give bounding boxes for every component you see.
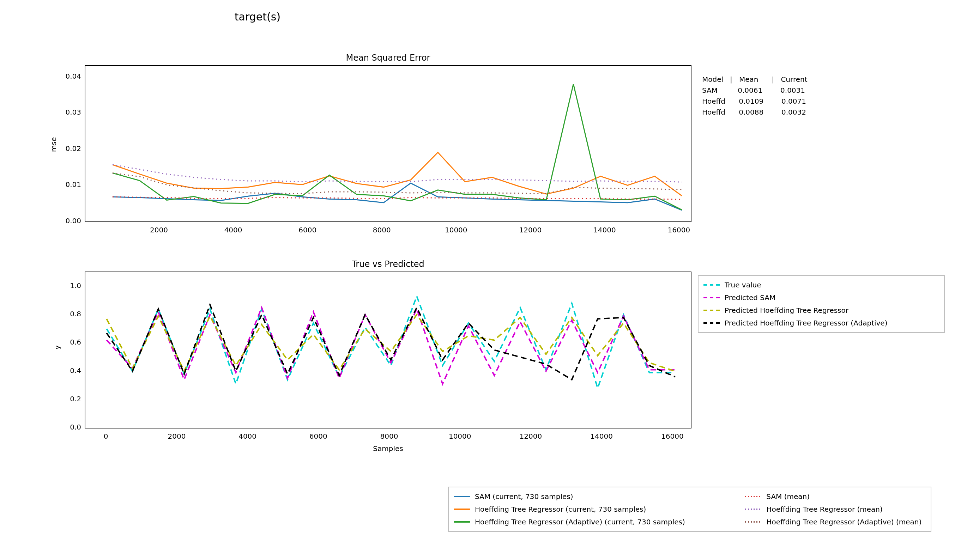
bottom-ylabel: y xyxy=(53,342,61,353)
top-ylabel: mse xyxy=(50,134,58,155)
legend-label: SAM (mean) xyxy=(766,492,810,501)
legend-swatch xyxy=(453,518,471,525)
top-xtick: 6000 xyxy=(299,226,317,234)
series-predicted-hoeffding-tree-regressor-(adaptive) xyxy=(106,305,675,379)
series-predicted-sam xyxy=(106,308,675,383)
mse-plot xyxy=(85,65,691,222)
pred-svg xyxy=(85,272,691,428)
bottom-ytick: 0.2 xyxy=(67,395,81,403)
legend-item: Hoeffding Tree Regressor (current, 730 s… xyxy=(453,503,742,515)
legend-item: Hoeffding Tree Regressor (Adaptive) (mea… xyxy=(744,515,924,528)
legend-item: Hoeffding Tree Regressor (Adaptive) (cur… xyxy=(453,515,742,528)
legend-swatch xyxy=(744,506,762,513)
legend-item: Predicted Hoeffding Tree Regressor xyxy=(703,304,940,317)
mse-legend-col-right: SAM (mean)Hoeffding Tree Regressor (mean… xyxy=(744,490,924,528)
legend-swatch xyxy=(703,294,720,301)
mse-legend-col-left: SAM (current, 730 samples)Hoeffding Tree… xyxy=(453,490,742,528)
pred-plot xyxy=(85,271,691,428)
legend-label: Predicted Hoeffding Tree Regressor xyxy=(725,306,849,314)
bottom-ytick: 1.0 xyxy=(67,281,81,290)
legend-label: Hoeffding Tree Regressor (Adaptive) (cur… xyxy=(475,518,685,526)
bottom-ytick: 0.0 xyxy=(67,423,81,431)
legend-item: Predicted SAM xyxy=(703,291,940,304)
bottom-xtick: 10000 xyxy=(449,432,471,440)
bottom-xtick: 8000 xyxy=(380,432,398,440)
top-xtick: 14000 xyxy=(593,226,616,234)
legend-item: Predicted Hoeffding Tree Regressor (Adap… xyxy=(703,317,940,329)
top-xtick: 8000 xyxy=(373,226,391,234)
legend-label: True value xyxy=(725,281,761,289)
top-xtick: 12000 xyxy=(519,226,542,234)
legend-item: True value xyxy=(703,279,940,291)
bottom-ytick: 0.8 xyxy=(67,310,81,318)
page: target(s) Mean Squared Error mse Model |… xyxy=(0,0,961,560)
top-xtick: 4000 xyxy=(224,226,243,234)
stats-table: Model | Mean | Current SAM 0.0061 0.0031… xyxy=(702,74,811,118)
bottom-xtick: 12000 xyxy=(520,432,542,440)
legend-item: SAM (mean) xyxy=(744,490,924,503)
bottom-title: True vs Predicted xyxy=(85,259,691,269)
suptitle: target(s) xyxy=(0,11,515,23)
bottom-xtick: 2000 xyxy=(167,432,186,440)
legend-label: Hoeffding Tree Regressor (current, 730 s… xyxy=(475,505,646,513)
top-ytick: 0.03 xyxy=(64,108,81,116)
series-sam-(current,-730-samples) xyxy=(112,183,682,210)
series-true-value xyxy=(106,296,675,388)
bottom-xtick: 16000 xyxy=(661,432,684,440)
legend-swatch xyxy=(453,506,471,513)
top-ytick: 0.04 xyxy=(64,72,81,80)
top-xtick: 16000 xyxy=(668,226,690,234)
legend-swatch xyxy=(703,307,720,314)
mse-svg xyxy=(85,66,691,221)
legend-label: Hoeffding Tree Regressor (mean) xyxy=(766,505,882,513)
series-hoeffding-tree-regressor-(current,-730-samples) xyxy=(112,152,682,196)
bottom-xlabel: Samples xyxy=(85,444,691,453)
legend-label: Predicted SAM xyxy=(725,294,775,302)
top-xtick: 10000 xyxy=(445,226,468,234)
mse-legend: SAM (current, 730 samples)Hoeffding Tree… xyxy=(448,487,931,532)
series-hoeffding-tree-regressor-(adaptive)-(current,-730-samples) xyxy=(112,84,682,210)
bottom-xtick: 0 xyxy=(104,432,108,440)
legend-swatch xyxy=(744,493,762,500)
pred-legend: True valuePredicted SAMPredicted Hoeffdi… xyxy=(698,275,945,333)
legend-label: Hoeffding Tree Regressor (Adaptive) (mea… xyxy=(766,518,921,526)
legend-swatch xyxy=(703,281,720,289)
legend-swatch xyxy=(453,493,471,500)
bottom-ytick: 0.4 xyxy=(67,366,81,375)
legend-label: Predicted Hoeffding Tree Regressor (Adap… xyxy=(725,319,887,327)
top-ytick: 0.01 xyxy=(64,180,81,189)
legend-item: SAM (current, 730 samples) xyxy=(453,490,742,503)
top-xtick: 2000 xyxy=(150,226,168,234)
bottom-xtick: 14000 xyxy=(590,432,613,440)
legend-item: Hoeffding Tree Regressor (mean) xyxy=(744,503,924,515)
legend-swatch xyxy=(703,319,720,327)
legend-swatch xyxy=(744,518,762,525)
top-title: Mean Squared Error xyxy=(85,53,691,63)
bottom-ytick: 0.6 xyxy=(67,338,81,346)
legend-label: SAM (current, 730 samples) xyxy=(475,492,573,501)
bottom-xtick: 6000 xyxy=(309,432,328,440)
top-ytick: 0.00 xyxy=(64,217,81,225)
bottom-xtick: 4000 xyxy=(238,432,257,440)
top-ytick: 0.02 xyxy=(64,144,81,153)
